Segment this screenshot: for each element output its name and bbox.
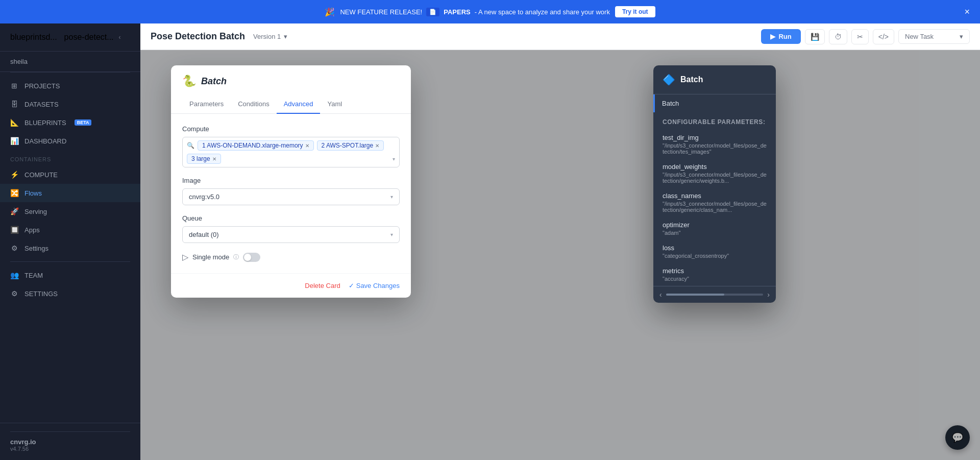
sidebar-user: sheila [0, 52, 140, 72]
main-toolbar: Pose Detection Batch Version 1 ▾ ▶ Run 💾… [140, 23, 980, 50]
play-small-icon: ▷ [182, 252, 188, 262]
image-label: Image [182, 177, 400, 184]
sidebar-label-projects: PROJECTS [24, 82, 60, 90]
page-title: Pose Detection Batch [151, 31, 245, 42]
sidebar-label-apps: Apps [24, 226, 40, 234]
sidebar-item-team[interactable]: 👥 TEAM [0, 266, 140, 284]
compute-tag-3[interactable]: 3 large ✕ [187, 154, 221, 164]
toggle-knob [244, 254, 251, 261]
panel-next-button[interactable]: › [767, 290, 770, 299]
compute-tag-1-remove[interactable]: ✕ [305, 143, 309, 149]
delete-card-button[interactable]: Delete Card [305, 282, 340, 289]
play-icon: ▶ [770, 33, 775, 40]
panel-section-title: Batch [662, 100, 769, 107]
sidebar-item-blueprints[interactable]: 📐 BLUEPRINTS BETA [0, 113, 140, 132]
tab-parameters[interactable]: Parameters [182, 95, 231, 114]
queue-label: Queue [182, 214, 400, 222]
panel-scroll-nav: ‹ › [653, 286, 776, 303]
param-value-1: "/input/s3_connector/model_files/pose_de… [663, 172, 767, 184]
sidebar-item-projects[interactable]: ⊞ PROJECTS [0, 77, 140, 95]
containers-section-label: CONTAINERS [0, 153, 140, 165]
sidebar-label-datasets: DATASETS [24, 101, 59, 108]
queue-select[interactable]: default (0) ▾ [182, 226, 400, 243]
toolbar-actions: ▶ Run 💾 ⏱ ✂ </> New Task ▾ [761, 29, 970, 44]
panel-header: 🔷 Batch [653, 65, 776, 94]
sidebar-item-dashboard[interactable]: 📊 DASHBOARD [0, 132, 140, 150]
compute-tags-field[interactable]: 🔍 1 AWS-ON-DEMAND.xlarge-memory ✕ 2 AWS-… [182, 137, 400, 167]
param-name-2: class_names [663, 192, 767, 200]
sidebar-item-flows[interactable]: 🔀 Flows [0, 184, 140, 202]
panel-prev-button[interactable]: ‹ [659, 290, 662, 299]
sidebar-domain: cnvrg.io [10, 438, 130, 446]
compute-tag-1[interactable]: 1 AWS-ON-DEMAND.xlarge-memory ✕ [198, 140, 314, 151]
team-icon: 👥 [10, 271, 18, 279]
papers-badge-icon: 📄 [426, 8, 439, 16]
panel-icon: 🔷 [663, 74, 675, 86]
compute-tag-3-text: 3 large [191, 155, 210, 162]
try-it-button[interactable]: Try it out [615, 6, 655, 17]
compute-chevron-icon: ▾ [393, 156, 395, 162]
sidebar-item-serving[interactable]: 🚀 Serving [0, 202, 140, 221]
panel-section: Batch [653, 94, 776, 112]
param-metrics: metrics "accuracy" [653, 263, 776, 286]
queue-value: default (0) [189, 231, 219, 238]
tab-conditions[interactable]: Conditions [231, 95, 276, 114]
compute-icon: ⚡ [10, 171, 18, 179]
sidebar-item-settings[interactable]: ⚙ Settings [0, 239, 140, 257]
param-name-1: model_weights [663, 163, 767, 171]
schedule-button[interactable]: ⏱ [829, 29, 847, 44]
sidebar-item-compute[interactable]: ⚡ COMPUTE [0, 165, 140, 184]
image-field-group: Image cnvrg:v5.0 ▾ [182, 177, 400, 205]
projects-icon: ⊞ [10, 82, 18, 90]
batch-modal-title: Batch [201, 76, 227, 87]
compute-tag-3-remove[interactable]: ✕ [212, 156, 216, 162]
sidebar-item-settings2[interactable]: ⚙ SETTINGS [0, 284, 140, 303]
new-task-dropdown[interactable]: New Task ▾ [898, 29, 970, 44]
single-mode-toggle[interactable] [243, 253, 260, 262]
collapse-icon[interactable]: ‹ [119, 34, 121, 41]
compute-tag-1-text: 1 AWS-ON-DEMAND.xlarge-memory [202, 142, 303, 149]
compute-search-icon: 🔍 [187, 142, 194, 149]
settings-icon: ⚙ [10, 244, 18, 252]
compute-tag-2-remove[interactable]: ✕ [375, 143, 379, 149]
notification-text: NEW FEATURE RELEASE! 📄 PAPERS - A new sp… [340, 8, 610, 16]
version-selector[interactable]: Version 1 ▾ [253, 33, 287, 40]
sidebar-footer: cnvrg.io v4.7.56 [0, 423, 140, 460]
sidebar-item-datasets[interactable]: 🗄 DATASETS [0, 95, 140, 113]
save-toolbar-button[interactable]: 💾 [805, 29, 825, 44]
sidebar-label-blueprints: BLUEPRINTS [24, 119, 66, 127]
param-name-0: test_dir_img [663, 134, 767, 141]
single-mode-info-icon[interactable]: ⓘ [233, 253, 239, 261]
single-mode-label: Single mode [192, 253, 229, 261]
settings2-icon: ⚙ [10, 289, 18, 298]
sidebar-nav: ⊞ PROJECTS 🗄 DATASETS 📐 BLUEPRINTS BETA … [0, 72, 140, 423]
settings-toolbar-button[interactable]: ✂ [851, 29, 869, 44]
compute-tag-2[interactable]: 2 AWS-SPOT.large ✕ [317, 140, 384, 151]
blueprints-badge: BETA [75, 119, 92, 126]
image-select[interactable]: cnvrg:v5.0 ▾ [182, 188, 400, 205]
tab-advanced[interactable]: Advanced [277, 95, 321, 114]
sidebar-item-apps[interactable]: 🔲 Apps [0, 221, 140, 239]
param-value-3: "adam" [663, 230, 767, 236]
param-model-weights: model_weights "/input/s3_connector/model… [653, 159, 776, 188]
save-check-icon: ✓ [349, 282, 354, 289]
compute-tag-2-text: 2 AWS-SPOT.large [322, 142, 374, 149]
sidebar-version: v4.7.56 [10, 446, 130, 452]
tab-yaml[interactable]: Yaml [320, 95, 349, 114]
python-icon: 🐍 [182, 75, 196, 88]
workspace-name: pose-detect... [64, 33, 114, 42]
sidebar-label-team: TEAM [24, 272, 43, 279]
notification-close-button[interactable]: × [964, 7, 970, 17]
param-value-2: "/input/s3_connector/model_files/pose_de… [663, 201, 767, 213]
apps-icon: 🔲 [10, 226, 18, 234]
code-button[interactable]: </> [873, 29, 894, 44]
panel-params-list: test_dir_img "/input/s3_connector/model_… [653, 130, 776, 286]
save-changes-button[interactable]: ✓ Save Changes [349, 282, 400, 289]
run-button[interactable]: ▶ Run [761, 29, 800, 44]
main-content: Pose Detection Batch Version 1 ▾ ▶ Run 💾… [140, 23, 980, 460]
image-value: cnvrg:v5.0 [189, 193, 219, 201]
batch-form-modal: 🐍 Batch Parameters Conditions Advanced Y… [171, 65, 411, 298]
queue-chevron-icon: ▾ [390, 232, 393, 237]
compute-label: Compute [182, 125, 400, 133]
sidebar-brand[interactable]: blueprintsd... pose-detect... ‹ [0, 23, 140, 52]
